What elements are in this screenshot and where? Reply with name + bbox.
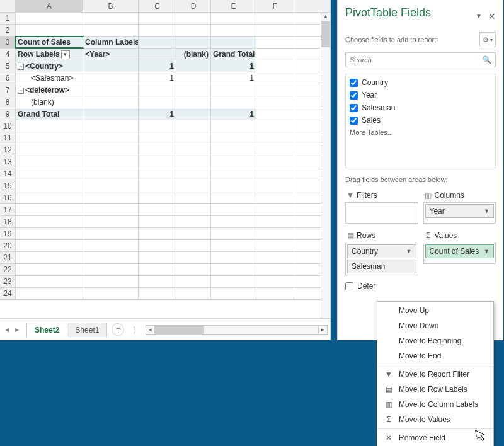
gear-icon: ⚙ [483, 36, 489, 44]
cell-A6[interactable]: <Salesman> [16, 72, 83, 84]
row-chip-salesman[interactable]: Salesman [347, 260, 416, 273]
field-checkbox-salesman[interactable]: Salesman [350, 103, 491, 112]
field-options-button[interactable]: ⚙▾ [479, 32, 496, 47]
menu-move-end: Move to End [377, 348, 493, 363]
pivottable-fields-pane: PivotTable Fields ▼ ✕ Choose fields to a… [337, 0, 503, 340]
menu-move-down: Move Down [377, 318, 493, 333]
horizontal-scrollbar[interactable]: ◂ ▸ [146, 325, 328, 334]
cell-E4[interactable]: Grand Total [211, 49, 256, 60]
cell-A4[interactable]: Row Labels [16, 49, 83, 60]
cell-E6[interactable]: 1 [211, 72, 256, 84]
sigma-icon: Σ [384, 415, 394, 424]
menu-move-to-column-labels[interactable]: ▥Move to Column Labels [377, 397, 493, 412]
pane-title: PivotTable Fields [345, 6, 431, 20]
tab-nav-next-icon[interactable]: ▸ [13, 325, 21, 334]
area-rows[interactable]: ▤Rows Country▼ Salesman [345, 229, 418, 275]
value-field-context-menu: Move Up Move Down Move to Beginning Move… [377, 301, 494, 446]
cell-B3[interactable]: Column Labels [83, 37, 139, 48]
rows-icon: ▤ [384, 385, 394, 394]
col-header-A[interactable]: A [16, 0, 83, 12]
cell-D4[interactable]: (blank) [176, 49, 211, 60]
field-checkbox-sales[interactable]: Sales [350, 116, 491, 125]
row-labels-dropdown-icon[interactable] [61, 50, 70, 59]
pane-menu-caret-icon[interactable]: ▼ [476, 13, 482, 20]
value-chip-count-of-sales[interactable]: Count of Sales▼ [425, 244, 495, 258]
field-checkbox-country[interactable]: Country [350, 78, 491, 87]
col-header-D[interactable]: D [176, 0, 211, 12]
select-all-corner[interactable] [0, 0, 16, 12]
col-header-E[interactable]: E [211, 0, 256, 12]
sheet-tab-other[interactable]: Sheet1 [67, 323, 107, 337]
cell-A3[interactable]: Count of Sales [16, 37, 83, 48]
field-search[interactable]: 🔍 [345, 52, 496, 67]
col-header-F[interactable]: F [256, 0, 294, 12]
sheet-tabs: ◂ ▸ Sheet2 Sheet1 + ⋮ ◂ ▸ [0, 318, 330, 340]
cell-A5[interactable]: −<Country> [16, 60, 83, 72]
vertical-scrollbar[interactable]: ▲ [321, 13, 330, 318]
search-input[interactable] [350, 56, 482, 64]
column-headers: A B C D E F [0, 0, 330, 13]
menu-move-to-report-filter[interactable]: ▼Move to Report Filter [377, 367, 493, 382]
cell-E5[interactable]: 1 [211, 60, 256, 72]
area-values[interactable]: ΣValues Count of Sales▼ [423, 229, 496, 275]
column-chip-year[interactable]: Year▼ [425, 204, 495, 218]
cell-A8[interactable]: (blank) [16, 96, 83, 108]
columns-icon: ▥ [425, 191, 432, 200]
cell-C6[interactable]: 1 [139, 72, 176, 84]
menu-move-to-values: ΣMove to Values [377, 412, 493, 427]
cell-A9[interactable]: Grand Total [16, 108, 83, 120]
collapse-icon[interactable]: − [18, 64, 24, 70]
scroll-up-icon[interactable]: ▲ [321, 13, 330, 22]
area-filters[interactable]: ▼Filters [345, 188, 418, 224]
sigma-icon: Σ [425, 231, 432, 240]
choose-fields-label: Choose fields to add to report: [345, 36, 438, 43]
grid[interactable]: A B C D E F 1 2 3 Count of Sales Column … [0, 0, 330, 318]
remove-icon: ✕ [384, 433, 394, 442]
menu-remove-field[interactable]: ✕Remove Field [377, 430, 493, 445]
search-icon: 🔍 [482, 55, 491, 64]
tab-nav-first-icon[interactable]: ◂ [3, 325, 11, 334]
drag-instruction: Drag fields between areas below: [345, 176, 496, 183]
scroll-left-icon[interactable]: ◂ [146, 325, 155, 334]
tab-divider: ⋮ [130, 325, 138, 334]
sheet-tab-active[interactable]: Sheet2 [26, 323, 67, 337]
menu-move-beginning: Move to Beginning [377, 333, 493, 348]
area-columns[interactable]: ▥Columns Year▼ [423, 188, 496, 224]
scroll-thumb[interactable] [321, 22, 330, 47]
cell-B4[interactable]: <Year> [83, 49, 139, 60]
cell-C9[interactable]: 1 [139, 108, 176, 120]
row-chip-country[interactable]: Country▼ [347, 244, 416, 258]
filter-icon: ▼ [384, 370, 394, 379]
collapse-icon[interactable]: − [18, 88, 24, 94]
field-list: Country Year Salesman Sales More Tables.… [345, 74, 496, 168]
more-tables-link[interactable]: More Tables... [350, 129, 491, 136]
columns-icon: ▥ [384, 400, 394, 409]
filter-icon: ▼ [346, 191, 354, 200]
col-header-C[interactable]: C [139, 0, 176, 12]
cell-E9[interactable]: 1 [211, 108, 256, 120]
menu-move-up: Move Up [377, 303, 493, 318]
add-sheet-button[interactable]: + [112, 323, 124, 336]
menu-move-to-row-labels[interactable]: ▤Move to Row Labels [377, 382, 493, 397]
rows-icon: ▤ [346, 231, 354, 240]
spreadsheet-area: A B C D E F 1 2 3 Count of Sales Column … [0, 0, 331, 340]
close-pane-icon[interactable]: ✕ [488, 11, 496, 21]
defer-layout-checkbox[interactable]: Defer [345, 282, 496, 290]
cell-A7[interactable]: −<deleterow> [16, 84, 83, 96]
col-header-B[interactable]: B [83, 0, 139, 12]
field-checkbox-year[interactable]: Year [350, 91, 491, 100]
scroll-right-icon[interactable]: ▸ [318, 325, 328, 334]
cell-C5[interactable]: 1 [139, 60, 176, 72]
